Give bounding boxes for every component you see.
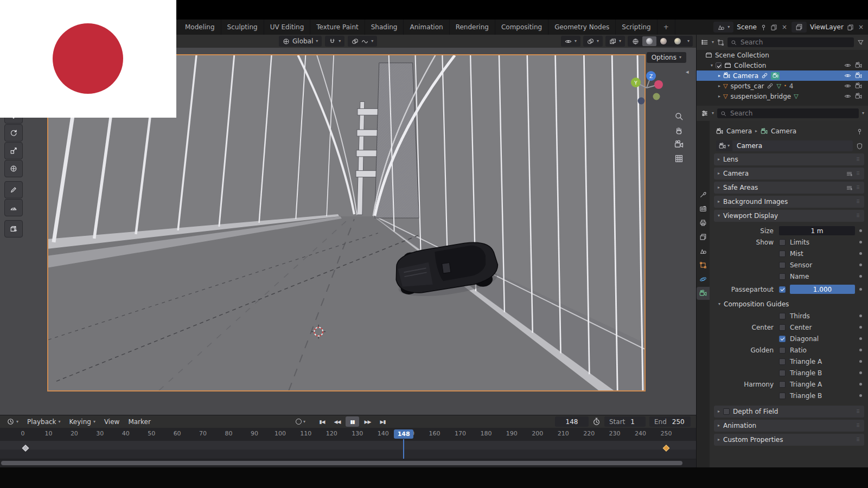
shading-solid-button[interactable] [642,36,656,46]
remove-viewlayer-button[interactable]: × [857,23,865,31]
stopwatch-icon[interactable] [592,418,601,426]
menu-keying[interactable]: Keying▾ [66,418,99,426]
tab-sculpting[interactable]: Sculpting [221,20,264,35]
browse-camera-data-button[interactable]: ▾ [716,140,732,151]
shading-dropdown[interactable]: ▾ [685,36,692,46]
scale-tool-button[interactable] [4,142,23,159]
panel-lens[interactable]: ▸ Lens ⠿ [714,153,864,165]
tab-modeling[interactable]: Modeling [179,20,221,35]
transform-orientation-dropdown[interactable]: Global ▾ [279,36,322,47]
rotate-tool-button[interactable] [4,124,23,142]
subpanel-composition-guides[interactable]: ▾ Composition Guides [718,298,864,310]
scene-name[interactable]: Scene [737,23,757,31]
animate-dot-icon[interactable] [859,337,862,340]
shading-rendered-button[interactable] [671,36,685,46]
render-visibility-camera-icon[interactable] [855,62,862,69]
properties-search[interactable] [717,108,859,118]
outliner-row-collection[interactable]: ▾ Collection [697,60,868,70]
animate-dot-icon[interactable] [859,241,862,243]
playhead-line[interactable] [403,439,404,459]
jump-to-start-button[interactable]: ▮◀ [315,416,329,427]
show-gizmo-dropdown[interactable]: ▾ [561,36,580,47]
pause-button[interactable]: ▮▮ [346,416,359,427]
mist-checkbox[interactable] [779,251,786,257]
presets-icon[interactable] [846,170,853,177]
pin-id-icon[interactable] [856,128,863,135]
new-viewlayer-icon[interactable] [847,24,854,31]
tab-output-properties[interactable] [697,216,710,229]
outliner-row-camera[interactable]: ▸ Camera [697,70,868,81]
zoom-icon[interactable] [674,112,684,121]
panel-depth-of-field[interactable]: ▸ Depth of Field ⠿ [714,406,864,418]
unlink-scene-button[interactable]: × [781,23,788,31]
properties-options-chevron[interactable]: ▾ [862,111,864,115]
tab-render-properties[interactable] [697,202,710,215]
keyframe-diamond[interactable] [22,445,29,452]
animate-dot-icon[interactable] [859,326,862,329]
outliner-search[interactable] [727,37,854,47]
timeline-editor-dropdown[interactable]: ▾ [3,418,22,425]
ortho-grid-icon[interactable] [674,154,684,163]
eye-icon[interactable] [844,93,851,100]
harmony-triangle-b-checkbox[interactable] [779,393,786,399]
current-frame-field[interactable]: 148 [555,416,589,427]
expander-icon[interactable]: ▾ [711,63,713,68]
pin-scene-icon[interactable] [760,24,767,31]
animate-dot-icon[interactable] [859,252,862,255]
filter-funnel-icon[interactable] [857,39,864,46]
display-mode-icon[interactable] [717,39,724,46]
tab-object-data-properties[interactable] [697,287,710,300]
scene-browse-dropdown[interactable]: ▾ [713,22,733,33]
presets-icon[interactable] [846,184,853,191]
expander-icon[interactable]: ▸ [718,94,720,99]
render-visibility-camera-icon[interactable] [855,82,862,89]
jump-to-end-button[interactable]: ▶▮ [376,416,390,427]
animate-dot-icon[interactable] [859,264,862,266]
limits-checkbox[interactable] [779,239,786,246]
tab-object-properties[interactable] [697,259,710,272]
measure-tool-button[interactable] [4,199,23,216]
shading-material-button[interactable] [656,36,671,46]
animate-dot-icon[interactable] [859,360,862,363]
animate-dot-icon[interactable] [859,371,862,374]
navigation-axis-gizmo[interactable]: Z Y [628,68,667,110]
viewport-options-dropdown[interactable]: Options ▾ [647,52,686,63]
animate-dot-icon[interactable] [859,229,862,232]
golden-triangle-b-checkbox[interactable] [779,370,786,376]
render-visibility-camera-icon[interactable] [855,72,862,79]
fake-user-shield-icon[interactable] [856,143,863,150]
outliner-row-sports-car[interactable]: ▸ ▽ sports_car ▽ • 4 [697,81,868,91]
tab-rendering[interactable]: Rendering [450,20,495,35]
menu-view[interactable]: View [100,418,123,426]
axis-x-ball[interactable] [654,80,663,89]
expander-icon[interactable]: ▸ [718,74,720,78]
panel-camera[interactable]: ▸ Camera ⠿ [714,168,864,179]
animate-dot-icon[interactable] [859,349,862,351]
xray-toggle[interactable]: ▾ [605,36,625,47]
outliner-editor-icon[interactable] [701,38,709,46]
tab-shading[interactable]: Shading [365,20,404,35]
camera-data-chip[interactable] [771,72,780,80]
sensor-checkbox[interactable] [779,262,786,268]
tab-scripting[interactable]: Scripting [616,20,657,35]
outliner-row-suspension-bridge[interactable]: ▸ ▽ suspension_bridge ▽ [697,91,868,101]
eye-icon[interactable] [844,72,851,79]
datablock-name-field[interactable]: Camera [732,140,853,151]
animate-dot-icon[interactable] [859,288,862,291]
timeline-tracks[interactable] [0,441,696,459]
animate-dot-icon[interactable] [859,275,862,278]
frame-start-field[interactable]: Start1 [604,416,646,427]
properties-search-input[interactable] [729,109,856,118]
menu-marker[interactable]: Marker [124,418,154,426]
menu-playback[interactable]: Playback▾ [23,418,65,426]
harmony-triangle-a-checkbox[interactable] [779,381,786,388]
panel-background-images[interactable]: ▸ Background Images ⠿ [714,196,864,208]
tab-animation[interactable]: Animation [404,20,449,35]
animate-dot-icon[interactable] [859,383,862,386]
breadcrumb-object[interactable]: Camera [726,127,752,135]
proportional-editing-controls[interactable]: ▾ [348,36,377,47]
name-checkbox[interactable] [779,273,786,280]
outliner-search-input[interactable] [739,38,851,47]
center-checkbox[interactable] [779,324,786,331]
tab-scene-properties[interactable] [697,245,710,258]
